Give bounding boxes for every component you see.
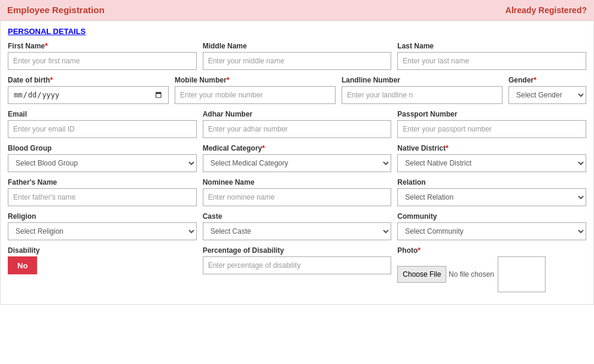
first-name-input[interactable] bbox=[8, 52, 197, 70]
nominee-name-input[interactable] bbox=[203, 188, 392, 206]
header: Employee Registration Already Registered… bbox=[0, 0, 594, 20]
adhar-group: Adhar Number bbox=[203, 110, 392, 138]
disability-label: Disability bbox=[8, 246, 197, 255]
photo-group: Photo* Choose File No file chosen bbox=[397, 246, 586, 292]
disability-toggle-button[interactable]: No bbox=[8, 256, 37, 274]
choose-file-button[interactable]: Choose File bbox=[397, 266, 446, 283]
dob-group: Date of birth* bbox=[8, 76, 169, 104]
gender-select[interactable]: Select Gender Male Female Other bbox=[508, 86, 586, 104]
middle-name-input[interactable] bbox=[203, 52, 392, 70]
relation-group: Relation Select Relation FatherMother Sp… bbox=[397, 178, 586, 206]
middle-name-group: Middle Name bbox=[203, 42, 392, 70]
religion-caste-row: Religion Select Religion HinduMuslim Chr… bbox=[8, 212, 586, 240]
main-content: PERSONAL DETAILS First Name* Middle Name… bbox=[0, 20, 594, 305]
personal-details-section-title[interactable]: PERSONAL DETAILS bbox=[8, 27, 86, 36]
app-title: Employee Registration bbox=[7, 5, 105, 15]
passport-input[interactable] bbox=[397, 120, 586, 138]
blood-group-group: Blood Group Select Blood Group A+A- B+B-… bbox=[8, 144, 197, 172]
photo-upload-row: Choose File No file chosen bbox=[397, 256, 586, 292]
gender-group: Gender* Select Gender Male Female Other bbox=[508, 76, 586, 104]
landline-label: Landline Number bbox=[342, 76, 502, 84]
last-name-label: Last Name bbox=[397, 42, 586, 50]
dob-label: Date of birth* bbox=[8, 76, 169, 84]
disability-group: Disability No bbox=[8, 246, 197, 274]
religion-label: Religion bbox=[8, 212, 197, 221]
fathers-name-input[interactable] bbox=[8, 188, 197, 206]
no-file-chosen-text: No file chosen bbox=[449, 270, 494, 279]
mobile-input[interactable] bbox=[175, 86, 336, 104]
email-group: Email bbox=[8, 110, 197, 138]
blood-medical-row: Blood Group Select Blood Group A+A- B+B-… bbox=[8, 144, 586, 172]
fathers-nominee-row: Father's Name Nominee Name Relation Sele… bbox=[8, 178, 586, 206]
caste-group: Caste Select Caste bbox=[203, 212, 392, 240]
adhar-input[interactable] bbox=[203, 120, 392, 138]
dob-input[interactable] bbox=[8, 86, 169, 104]
adhar-label: Adhar Number bbox=[203, 110, 392, 118]
community-group: Community Select Community bbox=[397, 212, 586, 240]
middle-name-label: Middle Name bbox=[203, 42, 392, 50]
email-label: Email bbox=[8, 110, 197, 118]
disability-photo-row: Disability No Percentage of Disability P… bbox=[8, 246, 586, 292]
last-name-group: Last Name bbox=[397, 42, 586, 70]
native-district-group: Native District* Select Native District bbox=[397, 144, 586, 172]
photo-label: Photo* bbox=[397, 246, 586, 255]
photo-preview-box bbox=[498, 256, 546, 292]
relation-select[interactable]: Select Relation FatherMother SpouseSonDa… bbox=[397, 188, 586, 206]
first-name-label: First Name* bbox=[8, 42, 197, 50]
email-input[interactable] bbox=[8, 120, 197, 138]
blood-group-label: Blood Group bbox=[8, 144, 197, 152]
last-name-input[interactable] bbox=[397, 52, 586, 70]
landline-group: Landline Number bbox=[342, 76, 502, 104]
landline-input[interactable] bbox=[342, 86, 502, 104]
passport-group: Passport Number bbox=[397, 110, 586, 138]
email-adhar-row: Email Adhar Number Passport Number bbox=[8, 110, 586, 138]
first-name-required: * bbox=[45, 42, 48, 50]
community-label: Community bbox=[397, 212, 586, 221]
passport-label: Passport Number bbox=[397, 110, 586, 118]
medical-category-select[interactable]: Select Medical Category GeneralOBC SCST bbox=[203, 154, 392, 172]
fathers-name-label: Father's Name bbox=[8, 178, 197, 186]
nominee-name-label: Nominee Name bbox=[203, 178, 392, 186]
blood-group-select[interactable]: Select Blood Group A+A- B+B- O+O- AB+AB- bbox=[8, 154, 197, 172]
community-select[interactable]: Select Community bbox=[397, 222, 586, 240]
already-registered-link[interactable]: Already Registered? bbox=[505, 5, 587, 15]
name-row: First Name* Middle Name Last Name bbox=[8, 42, 586, 70]
mobile-group: Mobile Number* bbox=[175, 76, 336, 104]
religion-select[interactable]: Select Religion HinduMuslim ChristianSik… bbox=[8, 222, 197, 240]
caste-select[interactable]: Select Caste bbox=[203, 222, 392, 240]
caste-label: Caste bbox=[203, 212, 392, 221]
fathers-name-group: Father's Name bbox=[8, 178, 197, 206]
relation-label: Relation bbox=[397, 178, 586, 186]
medical-category-label: Medical Category* bbox=[203, 144, 392, 152]
perc-disability-input[interactable] bbox=[203, 256, 392, 274]
gender-label: Gender* bbox=[508, 76, 586, 84]
native-district-select[interactable]: Select Native District bbox=[397, 154, 586, 172]
perc-disability-label: Percentage of Disability bbox=[203, 246, 392, 255]
religion-group: Religion Select Religion HinduMuslim Chr… bbox=[8, 212, 197, 240]
dob-mobile-row: Date of birth* Mobile Number* Landline N… bbox=[8, 76, 586, 104]
medical-category-group: Medical Category* Select Medical Categor… bbox=[203, 144, 392, 172]
native-district-label: Native District* bbox=[397, 144, 586, 152]
nominee-name-group: Nominee Name bbox=[203, 178, 392, 206]
first-name-group: First Name* bbox=[8, 42, 197, 70]
perc-disability-group: Percentage of Disability bbox=[203, 246, 392, 274]
mobile-label: Mobile Number* bbox=[175, 76, 336, 84]
